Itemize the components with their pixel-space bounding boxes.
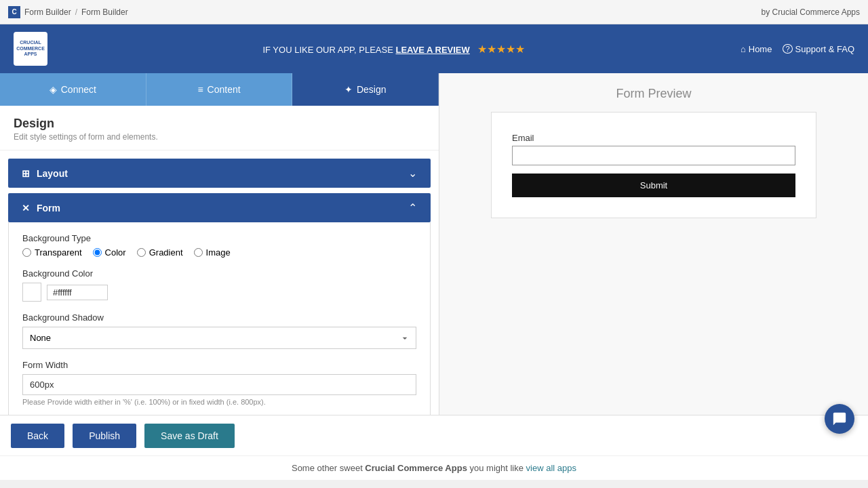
right-panel: Form Preview Email Submit: [439, 73, 868, 415]
bg-color-group: Background Color: [22, 268, 416, 302]
form-width-group: Form Width Please Provide width either i…: [22, 360, 416, 406]
form-width-input[interactable]: [22, 374, 416, 395]
promo-text: IF YOU LIKE OUR APP, PLEASE: [262, 45, 395, 55]
view-all-apps-link[interactable]: view all apps: [526, 463, 576, 473]
radio-transparent[interactable]: Transparent: [22, 247, 82, 258]
bg-type-label: Background Type: [22, 233, 416, 243]
tab-connect[interactable]: ◈ Connect: [0, 73, 146, 106]
radio-color-label: Color: [105, 247, 126, 258]
form-width-hint: Please Provide width either in '%' (i.e.…: [22, 398, 416, 406]
accordion-layout-left: ⊞ Layout: [22, 168, 68, 179]
radio-color[interactable]: Color: [93, 247, 126, 258]
top-bar: C Form Builder / Form Builder by Crucial…: [0, 0, 868, 24]
connect-icon: ◈: [50, 84, 57, 95]
bg-shadow-label: Background Shadow: [22, 312, 416, 323]
header-nav: ⌂ Home ? Support & FAQ: [741, 44, 854, 54]
logo-text: CRUCIALCOMMERCEAPPS: [16, 40, 45, 57]
breadcrumb-separator: /: [75, 7, 77, 17]
support-link[interactable]: ? Support & FAQ: [783, 44, 854, 54]
color-text-input[interactable]: [47, 285, 108, 300]
layout-icon: ⊞: [22, 168, 30, 179]
breadcrumb-item1[interactable]: Form Builder: [24, 7, 71, 17]
form-preview-box: Email Submit: [491, 112, 816, 218]
preview-email-label: Email: [512, 133, 795, 143]
tab-content-label: Content: [208, 84, 241, 95]
radio-color-input[interactable]: [93, 248, 102, 257]
accordion-form-left: ✕ Form: [22, 203, 60, 214]
accordion-form[interactable]: ✕ Form ⌃: [8, 193, 431, 222]
chevron-up-icon: ⌃: [408, 201, 417, 214]
radio-gradient[interactable]: Gradient: [137, 247, 183, 258]
bg-type-radio-group: Transparent Color Gradient Image: [22, 247, 416, 258]
color-row: [22, 283, 416, 302]
footer-brand: Crucial Commerce Apps: [365, 463, 467, 473]
tab-content[interactable]: ≡ Content: [146, 73, 293, 106]
bg-shadow-group: Background Shadow None Small Medium Larg…: [22, 312, 416, 349]
form-accordion-body: Background Type Transparent Color Gra: [8, 222, 431, 415]
leave-review-link[interactable]: LEAVE A REVIEW: [396, 45, 470, 55]
color-swatch[interactable]: [22, 283, 41, 302]
home-label: Home: [749, 44, 772, 54]
logo-letter: C: [12, 8, 16, 16]
left-panel: ◈ Connect ≡ Content ✦ Design Design Edit…: [0, 73, 439, 415]
content-icon: ≡: [197, 84, 203, 95]
design-icon: ✦: [344, 84, 353, 95]
form-icon: ✕: [22, 203, 30, 214]
save-draft-button[interactable]: Save as Draft: [144, 424, 235, 448]
radio-gradient-label: Gradient: [149, 247, 183, 258]
radio-image-label: Image: [206, 247, 231, 258]
radio-transparent-label: Transparent: [35, 247, 82, 258]
star-rating: ★★★★★: [477, 43, 525, 55]
tab-design-label: Design: [357, 84, 387, 95]
breadcrumb: C Form Builder / Form Builder: [8, 6, 128, 18]
brand-attribution: by Crucial Commerce Apps: [762, 7, 860, 17]
home-icon: ⌂: [741, 44, 746, 54]
app-logo-small: C: [8, 6, 20, 18]
preview-title: Form Preview: [616, 87, 691, 101]
preview-email-input[interactable]: [512, 146, 795, 165]
radio-gradient-input[interactable]: [137, 248, 146, 257]
panel-subtitle: Edit style settings of form and elements…: [14, 132, 425, 142]
panel-title: Design: [14, 117, 425, 131]
tab-connect-label: Connect: [61, 84, 96, 95]
bg-shadow-select[interactable]: None Small Medium Large: [22, 327, 416, 349]
radio-image[interactable]: Image: [194, 247, 231, 258]
preview-submit-button[interactable]: Submit: [512, 174, 795, 197]
radio-image-input[interactable]: [194, 248, 203, 257]
chevron-down-icon: ⌄: [408, 167, 417, 180]
brand-logo: CRUCIALCOMMERCEAPPS: [14, 32, 47, 66]
home-link[interactable]: ⌂ Home: [741, 44, 772, 54]
chat-icon: [832, 411, 847, 426]
bg-color-label: Background Color: [22, 268, 416, 279]
bottom-bar: Back Publish Save as Draft: [0, 415, 868, 455]
tab-bar: ◈ Connect ≡ Content ✦ Design: [0, 73, 439, 106]
main-layout: ◈ Connect ≡ Content ✦ Design Design Edit…: [0, 73, 868, 415]
support-label: Support & FAQ: [795, 44, 854, 54]
support-icon: ?: [783, 44, 792, 54]
tab-design[interactable]: ✦ Design: [292, 73, 439, 106]
header-banner: CRUCIALCOMMERCEAPPS IF YOU LIKE OUR APP,…: [0, 24, 868, 73]
form-width-label: Form Width: [22, 360, 416, 370]
panel-content: ⊞ Layout ⌄ ✕ Form ⌃ Background Type: [0, 150, 439, 415]
footer-text-after: you might like: [470, 463, 526, 473]
accordion-layout[interactable]: ⊞ Layout ⌄: [8, 159, 431, 188]
accordion-layout-label: Layout: [37, 168, 68, 179]
publish-button[interactable]: Publish: [73, 424, 136, 448]
bg-type-group: Background Type Transparent Color Gra: [22, 233, 416, 258]
radio-transparent-input[interactable]: [22, 248, 31, 257]
panel-header: Design Edit style settings of form and e…: [0, 106, 439, 150]
chat-bubble[interactable]: [825, 404, 854, 434]
back-button[interactable]: Back: [11, 424, 64, 448]
breadcrumb-item2[interactable]: Form Builder: [81, 7, 128, 17]
header-promo: IF YOU LIKE OUR APP, PLEASE LEAVE A REVI…: [47, 43, 741, 56]
accordion-form-label: Form: [37, 203, 60, 214]
footer: Some other sweet Crucial Commerce Apps y…: [0, 455, 868, 480]
footer-text: Some other sweet: [292, 463, 365, 473]
logo-box: CRUCIALCOMMERCEAPPS: [14, 32, 47, 66]
